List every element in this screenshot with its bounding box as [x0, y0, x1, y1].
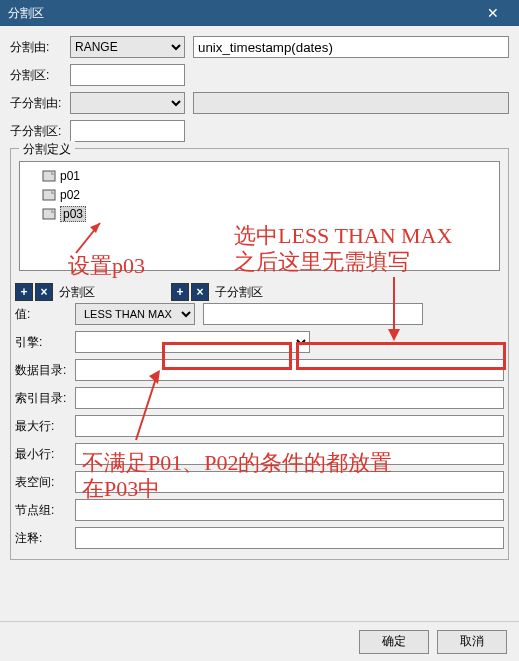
partition-by-select[interactable]: RANGE [70, 36, 185, 58]
tree-item[interactable]: p03 [42, 205, 493, 223]
partition-icon [42, 188, 56, 202]
comment-label: 注释: [15, 530, 75, 547]
max-rows-input[interactable] [75, 415, 504, 437]
cancel-button[interactable]: 取消 [437, 630, 507, 654]
min-rows-input[interactable] [75, 443, 504, 465]
ok-button[interactable]: 确定 [359, 630, 429, 654]
partition-by-expr-input[interactable] [193, 36, 509, 58]
add-partition-button[interactable]: + [15, 283, 33, 301]
tablespace-input[interactable] [75, 471, 504, 493]
subpartition-by-expr-input [193, 92, 509, 114]
tree-item[interactable]: p02 [42, 186, 493, 204]
data-dir-label: 数据目录: [15, 362, 75, 379]
close-button[interactable]: ✕ [473, 0, 513, 26]
partition-name-input[interactable] [70, 64, 185, 86]
subpartition-by-select[interactable] [70, 92, 185, 114]
value-label: 值: [15, 306, 75, 323]
svg-rect-4 [43, 209, 55, 219]
index-dir-input[interactable] [75, 387, 504, 409]
annotation-box-value-select [162, 342, 292, 370]
partition-toolbar-label: 分割区 [59, 284, 95, 301]
partition-icon [42, 207, 56, 221]
tree-item-label: p03 [60, 206, 86, 222]
partition-tree[interactable]: p01 p02 p03 [19, 161, 500, 271]
nodegroup-input[interactable] [75, 499, 504, 521]
add-subpartition-button[interactable]: + [171, 283, 189, 301]
x-icon: × [196, 285, 203, 299]
svg-rect-2 [43, 190, 55, 200]
engine-label: 引擎: [15, 334, 75, 351]
svg-rect-0 [43, 171, 55, 181]
plus-icon: + [176, 285, 183, 299]
partition-icon [42, 169, 56, 183]
x-icon: × [40, 285, 47, 299]
subpartition-by-label: 子分割由: [10, 95, 70, 112]
delete-partition-button[interactable]: × [35, 283, 53, 301]
footer: 确定 取消 [0, 621, 519, 661]
min-rows-label: 最小行: [15, 446, 75, 463]
tree-item-label: p02 [60, 188, 80, 202]
titlebar: 分割区 ✕ [0, 0, 519, 26]
subpartition-name-label: 子分割区: [10, 123, 70, 140]
close-icon: ✕ [487, 5, 499, 21]
tablespace-label: 表空间: [15, 474, 75, 491]
max-rows-label: 最大行: [15, 418, 75, 435]
partition-name-label: 分割区: [10, 67, 70, 84]
value-select[interactable]: LESS THAN MAX [75, 303, 195, 325]
comment-input[interactable] [75, 527, 504, 549]
delete-subpartition-button[interactable]: × [191, 283, 209, 301]
tree-item-label: p01 [60, 169, 80, 183]
plus-icon: + [20, 285, 27, 299]
tree-item[interactable]: p01 [42, 167, 493, 185]
subpartition-name-input[interactable] [70, 120, 185, 142]
nodegroup-label: 节点组: [15, 502, 75, 519]
value-input[interactable] [203, 303, 423, 325]
subpartition-toolbar-label: 子分割区 [215, 284, 263, 301]
window-title: 分割区 [6, 5, 473, 22]
annotation-box-value-input [296, 342, 506, 370]
index-dir-label: 索引目录: [15, 390, 75, 407]
fieldset-legend: 分割定义 [19, 141, 75, 158]
partition-by-label: 分割由: [10, 39, 70, 56]
